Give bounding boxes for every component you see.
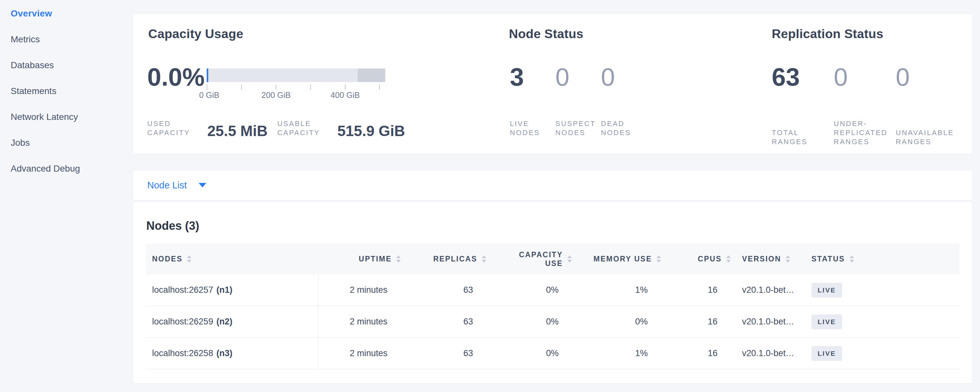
main-content: Capacity Usage Node Status Replication S… — [133, 14, 973, 384]
tick-mark — [310, 84, 311, 90]
suspect-nodes-label: SUSPECT NODES — [555, 119, 601, 137]
table-row-node-1[interactable]: localhost:26257 (n1) 2 minutes 63 0% 1% … — [146, 274, 960, 306]
tick-label-200gib: 200 GiB — [261, 91, 291, 100]
column-label: NODES — [152, 255, 183, 263]
capacity-stats: USED CAPACITY 25.5 MiB USABLE CAPACITY 5… — [147, 119, 405, 137]
sort-icon — [187, 255, 191, 263]
node-address-cell[interactable]: localhost:26257 (n1) — [146, 274, 318, 306]
replicas-cell: 63 — [401, 317, 486, 327]
sort-icon — [726, 255, 731, 263]
sidebar: Overview Metrics Databases Statements Ne… — [0, 1, 107, 182]
sidebar-item-advanced-debug[interactable]: Advanced Debug — [0, 156, 107, 182]
column-label: UPTIME — [359, 255, 392, 263]
total-ranges-count: 63 — [772, 64, 834, 89]
unavailable-ranges-label: UNAVAILABLE RANGES — [896, 128, 958, 147]
uptime-cell: 2 minutes — [318, 317, 401, 327]
app-root: Overview Metrics Databases Statements Ne… — [0, 0, 980, 392]
node-address: localhost:26259 — [152, 317, 213, 327]
cpus-cell: 16 — [661, 348, 731, 359]
capacity-bar-used-fill — [207, 69, 208, 82]
replication-status-values: 63 0 0 — [772, 64, 958, 89]
column-label: CPUS — [698, 255, 722, 263]
under-replicated-ranges-count: 0 — [834, 64, 896, 89]
dead-nodes-count: 0 — [601, 64, 646, 89]
node-address-cell[interactable]: localhost:26258 (n3) — [146, 338, 318, 369]
capacity-bar-track — [207, 69, 385, 82]
status-badge: LIVE — [811, 346, 842, 361]
tick-label-400gib: 400 GiB — [331, 91, 360, 100]
suspect-nodes-count: 0 — [555, 64, 601, 89]
column-header-capacity-use[interactable]: CAPACITY USE — [486, 250, 572, 268]
sort-icon — [567, 255, 572, 263]
column-label: STATUS — [811, 255, 845, 263]
node-address: localhost:26258 — [152, 348, 213, 359]
dead-nodes-label: DEAD NODES — [601, 119, 646, 137]
status-cell: LIVE — [799, 346, 960, 361]
usable-capacity-label: USABLE CAPACITY — [277, 119, 329, 137]
capacity-usage-bar: 0 GiB 200 GiB 400 GiB — [207, 69, 385, 100]
node-status-title: Node Status — [509, 27, 584, 41]
view-selector-card: Node List — [133, 170, 973, 200]
unavailable-ranges-count: 0 — [896, 64, 958, 89]
chevron-down-icon — [199, 183, 206, 187]
cluster-overview-card: Capacity Usage Node Status Replication S… — [133, 14, 973, 154]
under-replicated-ranges-label: UNDER- REPLICATED RANGES — [834, 119, 896, 147]
sidebar-item-statements[interactable]: Statements — [0, 78, 107, 104]
sidebar-item-jobs[interactable]: Jobs — [0, 130, 107, 156]
total-ranges-label: TOTAL RANGES — [772, 128, 834, 147]
table-row-node-2[interactable]: localhost:26259 (n2) 2 minutes 63 0% 0% … — [146, 306, 960, 338]
sort-icon — [850, 255, 854, 263]
node-status-labels: LIVE NODES SUSPECT NODES DEAD NODES — [510, 119, 646, 137]
table-row-node-3[interactable]: localhost:26258 (n3) 2 minutes 63 0% 1% … — [146, 338, 960, 370]
memory-use-cell: 1% — [572, 348, 661, 359]
column-header-version[interactable]: VERSION — [731, 255, 799, 263]
version-cell: v20.1.0-bet… — [731, 285, 799, 295]
capacity-use-cell: 0% — [486, 348, 572, 359]
capacity-usage-title: Capacity Usage — [148, 27, 243, 41]
version-cell: v20.1.0-bet… — [731, 348, 799, 359]
live-nodes-count: 3 — [510, 64, 555, 89]
column-header-uptime[interactable]: UPTIME — [318, 255, 401, 263]
replicas-cell: 63 — [401, 348, 486, 359]
sort-icon — [786, 255, 790, 263]
tick-mark — [241, 84, 242, 90]
replication-status-labels: TOTAL RANGES UNDER- REPLICATED RANGES UN… — [772, 119, 958, 147]
node-id: (n3) — [216, 348, 232, 359]
column-header-replicas[interactable]: REPLICAS — [401, 255, 486, 263]
column-label: VERSION — [742, 255, 781, 263]
memory-use-cell: 1% — [572, 285, 661, 295]
column-label: REPLICAS — [433, 255, 477, 263]
sidebar-item-metrics[interactable]: Metrics — [0, 27, 107, 53]
nodes-table-header: NODES UPTIME REPLICAS CAPACITY USE — [146, 244, 960, 274]
node-id: (n1) — [216, 285, 232, 295]
nodes-table: NODES UPTIME REPLICAS CAPACITY USE — [146, 244, 960, 370]
node-status-values: 3 0 0 — [510, 64, 646, 89]
view-selector-label: Node List — [147, 180, 187, 191]
column-header-cpus[interactable]: CPUS — [661, 255, 731, 263]
capacity-used-percent: 0.0% — [147, 64, 205, 89]
sidebar-item-databases[interactable]: Databases — [0, 53, 107, 78]
column-header-status[interactable]: STATUS — [799, 255, 960, 263]
usable-capacity-value: 515.9 GiB — [337, 124, 405, 137]
sidebar-item-network-latency[interactable]: Network Latency — [0, 104, 107, 130]
column-header-nodes[interactable]: NODES — [146, 255, 318, 263]
used-capacity-value: 25.5 MiB — [207, 124, 268, 137]
sort-icon — [396, 255, 401, 263]
status-cell: LIVE — [799, 283, 960, 298]
nodes-heading: Nodes (3) — [146, 219, 199, 233]
sidebar-item-overview[interactable]: Overview — [0, 1, 107, 27]
column-header-memory-use[interactable]: MEMORY USE — [572, 255, 661, 263]
cpus-cell: 16 — [661, 285, 731, 295]
column-label: MEMORY USE — [593, 255, 652, 263]
tick-mark — [276, 84, 277, 90]
capacity-use-cell: 0% — [486, 285, 572, 295]
tick-mark — [345, 84, 345, 90]
uptime-cell: 2 minutes — [318, 348, 401, 359]
nodes-table-card: Nodes (3) NODES UPTIME REPLICAS — [133, 201, 973, 384]
replicas-cell: 63 — [401, 285, 486, 295]
capacity-bar-reserved-segment — [358, 69, 385, 82]
version-cell: v20.1.0-bet… — [731, 317, 799, 327]
node-address-cell[interactable]: localhost:26259 (n2) — [146, 306, 318, 337]
node-address: localhost:26257 — [152, 285, 213, 295]
view-selector-dropdown[interactable]: Node List — [133, 170, 230, 200]
